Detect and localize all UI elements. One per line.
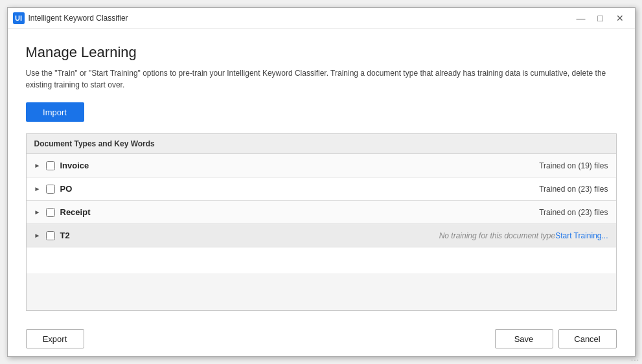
footer-right: Save Cancel [495, 329, 617, 348]
table-header: Document Types and Key Words [27, 134, 616, 154]
expand-icon[interactable]: ► [34, 185, 42, 192]
page-title: Manage Learning [26, 44, 617, 61]
po-checkbox[interactable] [46, 185, 55, 194]
title-bar: UI Intelligent Keyword Classifier — □ ✕ [8, 8, 635, 28]
start-training-link[interactable]: Start Training... [555, 231, 608, 240]
page-description: Use the "Train" or "Start Training" opti… [26, 67, 617, 91]
window-title: Intelligent Keyword Classifier [29, 14, 571, 23]
table-row: ► PO Trained on (23) files [27, 177, 616, 201]
minimize-button[interactable]: — [571, 11, 591, 25]
cancel-button[interactable]: Cancel [558, 329, 617, 348]
close-button[interactable]: ✕ [610, 11, 630, 25]
po-label: PO [60, 184, 540, 194]
maximize-button[interactable]: □ [591, 11, 610, 25]
table-row: ► Receipt Trained on (23) files [27, 201, 616, 224]
resize-handle[interactable]: … [630, 352, 639, 363]
main-content: Manage Learning Use the "Train" or "Star… [8, 28, 635, 321]
receipt-label: Receipt [60, 207, 540, 217]
po-status: Trained on (23) files [539, 185, 608, 194]
footer: Export Save Cancel [8, 321, 635, 356]
app-icon: UI [13, 12, 25, 24]
no-training-text: No training for this document type [439, 231, 555, 240]
export-button[interactable]: Export [26, 329, 84, 348]
empty-row [27, 247, 616, 273]
save-button[interactable]: Save [495, 329, 553, 348]
import-button[interactable]: Import [26, 102, 84, 122]
invoice-label: Invoice [60, 161, 540, 170]
footer-left: Export [26, 329, 495, 348]
receipt-checkbox[interactable] [46, 208, 55, 217]
receipt-status: Trained on (23) files [539, 208, 608, 217]
t2-label: T2 [60, 231, 435, 240]
table-row: ► Invoice Trained on (19) files [27, 154, 616, 177]
main-window: UI Intelligent Keyword Classifier — □ ✕ … [7, 7, 636, 357]
window-controls: — □ ✕ [571, 11, 630, 25]
expand-icon[interactable]: ► [34, 209, 42, 216]
invoice-status: Trained on (19) files [539, 161, 608, 170]
table-row: ► T2 No training for this document type … [27, 224, 616, 247]
document-types-table: Document Types and Key Words ► Invoice T… [26, 133, 617, 311]
invoice-checkbox[interactable] [46, 161, 55, 170]
expand-icon[interactable]: ► [34, 232, 42, 239]
t2-checkbox[interactable] [46, 231, 55, 240]
expand-icon[interactable]: ► [34, 162, 42, 169]
